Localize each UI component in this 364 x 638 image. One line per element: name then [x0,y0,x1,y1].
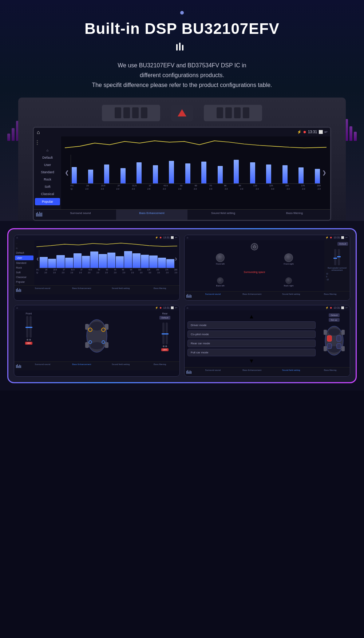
panel1-eq-curve [36,241,177,249]
hazard-button[interactable] [171,105,193,121]
tab-surround-sound[interactable]: Surround sound [45,210,116,220]
eq-preset-user[interactable]: User [34,161,61,169]
panel2-back-left-knob[interactable] [217,277,223,284]
panel4-setup-badge[interactable]: Set up [329,318,339,322]
tab-sound-field[interactable]: Sound field setting [187,210,259,220]
panel1-preset-classical[interactable]: Classical [14,275,34,280]
panel2-back-right-label: Back right [284,285,294,287]
eq-preset-soft[interactable]: Soft [34,183,61,190]
panel4-scroll-down[interactable]: ▼ [187,358,316,364]
panel3-eq-icon[interactable] [14,362,23,370]
panel1-tab-filtering[interactable]: Bass filtering [141,286,180,294]
eq-prev-arrow[interactable]: ❮ [65,170,71,175]
panel1-preset-user[interactable]: User [15,255,33,260]
svg-rect-22 [85,324,89,330]
panel1-home-icon[interactable]: ⌂ [16,236,18,239]
panel3-back-icon[interactable]: ↩ [175,306,177,309]
back-icon[interactable]: ↩ [324,130,327,134]
panel4-driver-mode[interactable]: Driver mode [187,321,316,329]
panel3-tab-filtering[interactable]: Bass filtering [141,362,180,370]
panel1-next-arrow[interactable]: ❯ [175,257,177,261]
panel3-time: 13:31 [163,306,170,309]
panel1-back-icon[interactable]: ↩ [175,236,177,239]
panel4-tab-soundfield[interactable]: Sound field setting [272,368,311,376]
panel2-tab-bass[interactable]: Bass Enhancement [233,292,272,300]
panel3-home-icon[interactable]: ⌂ [16,306,18,309]
panel2-front-left-knob[interactable] [216,253,225,262]
svg-point-36 [328,328,340,336]
eq-preset-popular[interactable]: Popular [35,198,60,205]
eq-next-arrow[interactable]: ❯ [321,170,327,175]
panel1-preset-popular[interactable]: Popular [14,280,34,284]
gradient-border-container: ⌂ ⚡ ⏺ 13:31 ⬜ ↩ ... ⌂ Default User [7,228,357,383]
panel3-rear-slider-l[interactable] [162,322,165,344]
panel4-tab-surround[interactable]: Surround sound [193,368,233,376]
panel4-tab-bass[interactable]: Bass Enhancement [233,368,272,376]
panel3-front-slider-r[interactable] [29,316,32,338]
home-icon[interactable]: ⌂ [37,129,40,135]
panel2-tab-filtering[interactable]: Bass filtering [311,292,350,300]
panel1-tab-bass[interactable]: Bass Enhancement [62,286,102,294]
panel2-back-right-knob[interactable] [285,277,292,284]
panel4-car-seats: Default Set up [318,310,350,367]
panel2-tab-soundfield[interactable]: Sound field setting [272,292,311,300]
eq-preset-rock[interactable]: Rock [34,176,61,183]
panel2-front-left-label: Front left [216,263,225,265]
top-section: Built-in DSP BU32107EFV We use BU32107EF… [0,0,364,221]
panel1-preset-default[interactable]: Default [14,250,34,255]
panel4-default-badge[interactable]: Default [329,313,339,317]
panel1-screen-icon: ⬜ [171,236,174,239]
panel1-item-home[interactable]: ⌂ [14,246,34,250]
panel4-scroll-up[interactable]: ▲ [187,313,316,320]
panel3-tab-surround[interactable]: Surround sound [23,362,62,370]
eq-preset-standard[interactable]: Standard [34,169,61,176]
car-dashboard: ⌂ ⚡ ⏺ 13:31 ⬜ ↩ ⌂ [18,98,346,221]
panel3-rear-slider-r[interactable] [166,322,168,344]
panel4-back-icon[interactable]: ↩ [345,306,348,309]
panel4-eq-icon[interactable] [185,368,193,376]
panel4-tab-filtering[interactable]: Bass filtering [311,368,350,376]
panel2-tab-surround[interactable]: Surround sound [193,292,233,300]
eq-preset-classical[interactable]: Classical [34,190,61,198]
panel1-preset-standard[interactable]: Standard [14,261,34,265]
bluetooth-icon: ⚡ [297,130,301,134]
panel3-tab-bass[interactable]: Bass Enhancement [62,362,102,370]
panel4-full-mode[interactable]: Full car mode [187,349,316,356]
panel1-tab-soundfield[interactable]: Sound field setting [101,286,141,294]
panel2-eq-icon[interactable] [185,292,193,300]
panel3-default-badge[interactable]: Default [159,316,170,320]
tab-bass-filtering[interactable]: Bass filtering [259,210,330,220]
panel2-home-icon[interactable]: ⌂ [187,236,188,239]
panel1-preset-soft[interactable]: Soft [14,270,34,275]
equalizer-icon-tab[interactable] [34,210,45,220]
tab-bass-enhancement[interactable]: Bass Enhancement [116,210,187,220]
panel2-slider-right[interactable] [338,249,340,265]
eq-preset-default[interactable]: Default [34,154,61,161]
svg-rect-45 [337,344,341,349]
eq-bar-1 [88,170,93,183]
panel1-tab-surround[interactable]: Surround sound [23,286,62,294]
panel3-front-slider-l[interactable] [26,316,28,338]
panel2-front-right-knob[interactable] [284,253,293,262]
sidebar-item-home[interactable]: ⌂ [34,147,61,154]
panel2-back-left-label: Back left [216,285,224,287]
panel2-back-icon[interactable]: ↩ [345,236,348,239]
panel2-speaker-layout: Front left Front right Surrounding space [187,253,321,287]
bottom-tab-bar: Surround sound Bass Enhancement Sound fi… [34,209,330,220]
panel4-home-icon[interactable]: ⌂ [187,306,188,309]
panel1-preset-rock[interactable]: Rock [14,265,34,270]
panel3-tab-soundfield[interactable]: Sound field setting [101,362,141,370]
screen-icon-1: ⬜ [318,130,323,134]
panel1-eq-icon[interactable] [14,286,23,294]
panel3-rear-dots [163,345,167,347]
panel4-rec-icon: ⏺ [330,306,332,309]
panel4-rear-mode[interactable]: Rear car mode [187,340,316,347]
right-vent [204,105,262,121]
panel4-content: ▲ Driver mode Co-pilot mode Rear car mod… [185,310,350,367]
panel4-copilot-mode[interactable]: Co-pilot mode [187,330,316,338]
panel2-default-badge[interactable]: Default [337,242,348,246]
panel1-content: ... ⌂ Default User Standard Rock Soft Cl… [14,240,179,285]
panel2-slider-left[interactable] [334,249,336,265]
panel1-prev-arrow[interactable]: ❮ [36,257,39,261]
panel2-power-btn[interactable]: ⏻ [251,243,258,250]
